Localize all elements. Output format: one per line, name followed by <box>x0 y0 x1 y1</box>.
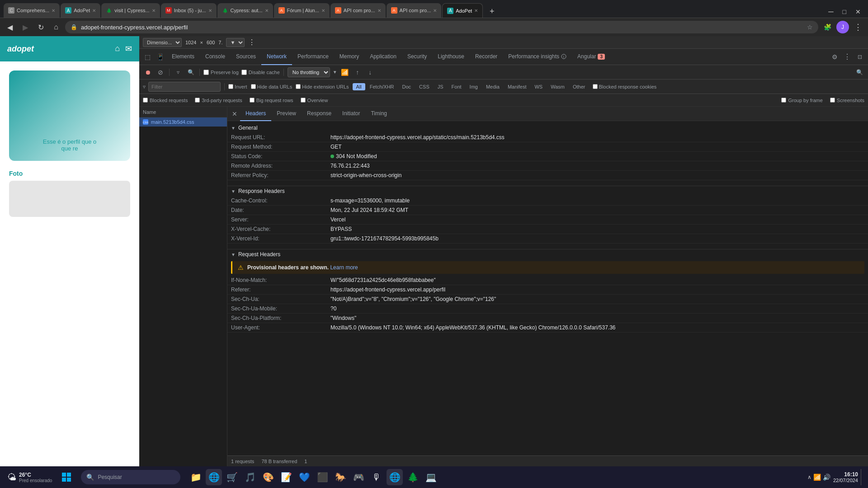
detail-tab-timing[interactable]: Timing <box>365 107 392 121</box>
hide-data-urls-label[interactable]: Hide data URLs <box>251 84 292 89</box>
tab-api2[interactable]: A API com pro... ✕ <box>387 3 442 18</box>
tab-close-icon[interactable]: ✕ <box>208 8 212 13</box>
start-button[interactable] <box>57 468 75 486</box>
tab-close-icon[interactable]: ✕ <box>92 8 96 13</box>
taskbar-clock[interactable]: 16:10 22/07/2024 <box>833 471 858 483</box>
detail-tab-headers[interactable]: Headers <box>240 107 271 121</box>
maximize-button[interactable]: □ <box>839 8 850 15</box>
screenshots-checkbox[interactable] <box>830 98 835 103</box>
group-by-frame-label[interactable]: Group by frame <box>781 98 822 103</box>
network-icon-2[interactable]: ↑ <box>353 67 363 77</box>
wifi-icon[interactable]: 📶 <box>813 474 821 481</box>
dimension-select[interactable]: Dimensio... <box>143 38 182 47</box>
tab-elements[interactable]: Elements <box>166 49 200 65</box>
tab-adopet-active[interactable]: A AdoPet ✕ <box>442 3 483 18</box>
record-button[interactable]: ⏺ <box>143 67 153 77</box>
tab-close-icon[interactable]: ✕ <box>377 8 381 13</box>
chip-css[interactable]: CSS <box>415 83 433 90</box>
preserve-log-checkbox[interactable] <box>203 70 209 75</box>
disable-cache-checkbox-label[interactable]: Disable cache <box>241 70 280 75</box>
overview-checkbox[interactable] <box>301 98 306 103</box>
search-icon-btn[interactable]: 🔍 <box>186 67 196 77</box>
tab-sources[interactable]: Sources <box>231 49 261 65</box>
network-icon-1[interactable]: 📶 <box>340 67 350 77</box>
url-bar[interactable]: 🔒 adopet-frontend-cypress.vercel.app/per… <box>65 21 818 33</box>
preserve-log-checkbox-label[interactable]: Preserve log <box>203 70 239 75</box>
chip-font[interactable]: Font <box>448 83 465 90</box>
detail-tab-response[interactable]: Response <box>302 107 337 121</box>
big-request-rows-label[interactable]: Big request rows <box>250 98 293 103</box>
taskbar-app-store[interactable]: 🛒 <box>224 469 240 485</box>
tab-recorder[interactable]: Recorder <box>470 49 503 65</box>
taskbar-app-paint[interactable]: 🎨 <box>260 469 276 485</box>
profile-button[interactable]: J <box>836 21 849 33</box>
taskbar-app-chrome[interactable]: 🌐 <box>387 469 403 485</box>
extensions-button[interactable]: 🧩 <box>821 21 834 33</box>
filter-icon-btn[interactable]: ▿ <box>173 67 183 77</box>
detail-tab-preview[interactable]: Preview <box>271 107 302 121</box>
tab-memory[interactable]: Memory <box>334 49 364 65</box>
zoom-select[interactable]: ▼ <box>226 38 245 47</box>
tab-console[interactable]: Console <box>200 49 231 65</box>
general-section-header[interactable]: ▼ General <box>227 123 868 133</box>
tab-close-icon[interactable]: ✕ <box>152 8 156 13</box>
blocked-requests-label[interactable]: Blocked requests <box>143 98 188 103</box>
tab-lighthouse[interactable]: Lighthouse <box>432 49 470 65</box>
chip-ws[interactable]: WS <box>531 83 546 90</box>
tab-close-icon[interactable]: ✕ <box>321 8 325 13</box>
detail-close-button[interactable]: ✕ <box>229 108 240 119</box>
tab-close-icon[interactable]: ✕ <box>474 8 478 13</box>
weather-widget[interactable]: 🌤 26°C Pred ensolarado <box>4 470 56 485</box>
hide-extension-urls-checkbox[interactable] <box>296 84 301 89</box>
disable-cache-checkbox[interactable] <box>241 70 247 75</box>
filter-input[interactable] <box>148 82 221 92</box>
taskbar-app-cmd[interactable]: 💻 <box>423 469 439 485</box>
taskbar-app-vscode[interactable]: 💙 <box>296 469 312 485</box>
tab-close-icon[interactable]: ✕ <box>265 8 269 13</box>
taskbar-app-edge[interactable]: 🌐 <box>206 469 222 485</box>
home-nav-icon[interactable]: ⌂ <box>115 44 120 54</box>
forward-button[interactable]: ▶ <box>19 21 32 33</box>
chip-media[interactable]: Media <box>482 83 503 90</box>
devtools-more-tab-icon[interactable]: ⋮ <box>841 51 854 63</box>
response-headers-section-header[interactable]: ▼ Response Headers <box>227 186 868 196</box>
taskbar-app-files[interactable]: 📁 <box>188 469 204 485</box>
home-button[interactable]: ⌂ <box>50 21 62 33</box>
throttle-select[interactable]: No throttling <box>288 67 330 77</box>
devtools-undock-icon[interactable]: ⊡ <box>854 51 866 63</box>
more-button[interactable]: ⋮ <box>852 21 864 33</box>
third-party-checkbox[interactable] <box>195 98 200 103</box>
network-item[interactable]: CSS main.5213b5d4.css <box>139 117 227 127</box>
network-icon-3[interactable]: ↓ <box>365 67 375 77</box>
chip-doc[interactable]: Doc <box>399 83 415 90</box>
taskbar-app-notes[interactable]: 📝 <box>278 469 294 485</box>
blocked-requests-checkbox[interactable] <box>143 98 148 103</box>
blocked-response-cookies-checkbox[interactable] <box>593 84 598 89</box>
chip-all[interactable]: All <box>353 83 365 90</box>
tab-forum[interactable]: A Fórum | Alun... ✕ <box>274 3 330 18</box>
third-party-label[interactable]: 3rd-party requests <box>195 98 242 103</box>
chip-manifest[interactable]: Manifest <box>504 83 530 90</box>
detail-tab-initiator[interactable]: Initiator <box>337 107 365 121</box>
new-tab-button[interactable]: + <box>486 5 498 18</box>
throttle-dropdown-icon[interactable]: ▼ <box>333 70 337 75</box>
tab-network[interactable]: Network <box>261 49 292 65</box>
show-desktop-button[interactable] <box>861 469 864 485</box>
show-hidden-icon[interactable]: ∧ <box>807 474 811 480</box>
back-button[interactable]: ◀ <box>4 21 16 33</box>
request-headers-section-header[interactable]: ▼ Request Headers <box>227 249 868 259</box>
hide-data-urls-checkbox[interactable] <box>251 84 256 89</box>
reload-button[interactable]: ↻ <box>34 21 47 33</box>
tab-cypress[interactable]: 🌲 visit | Cypress... ✕ <box>101 3 160 18</box>
overview-label[interactable]: Overview <box>301 98 328 103</box>
tab-adopet1[interactable]: A AdoPet ✕ <box>61 3 100 18</box>
minimize-button[interactable]: ─ <box>825 8 837 16</box>
big-request-rows-checkbox[interactable] <box>250 98 255 103</box>
tab-angular[interactable]: Angular <box>572 49 601 65</box>
taskbar-app-cypress[interactable]: 🌲 <box>405 469 421 485</box>
invert-label[interactable]: Invert <box>228 84 247 89</box>
star-icon[interactable]: ☆ <box>807 23 813 31</box>
volume-icon[interactable]: 🔊 <box>823 474 830 481</box>
clear-button[interactable]: ⊘ <box>156 67 165 77</box>
devtools-device-icon[interactable]: 📱 <box>154 51 166 63</box>
